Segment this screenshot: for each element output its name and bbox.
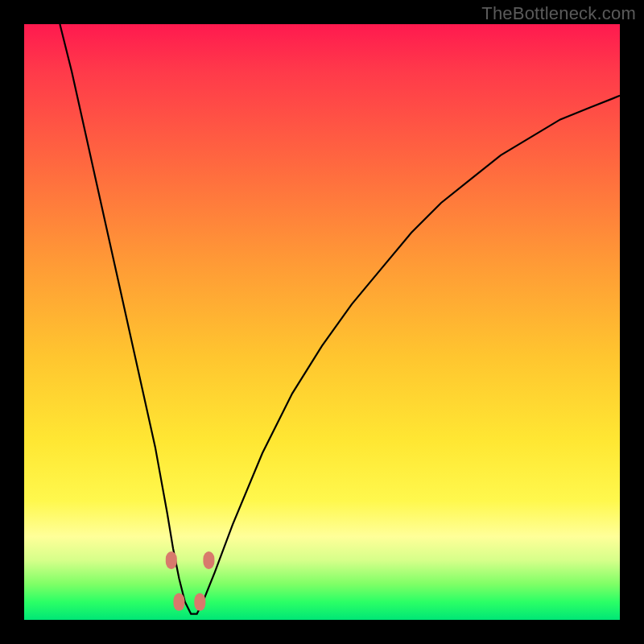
curve-markers (166, 551, 215, 611)
left-lower-marker (173, 593, 184, 611)
chart-area (24, 24, 620, 620)
right-upper-marker (203, 551, 214, 569)
watermark-text: TheBottleneck.com (481, 3, 636, 24)
curve-path (60, 24, 620, 614)
bottleneck-curve (24, 24, 620, 620)
left-upper-marker (166, 551, 177, 569)
right-lower-marker (194, 593, 205, 611)
